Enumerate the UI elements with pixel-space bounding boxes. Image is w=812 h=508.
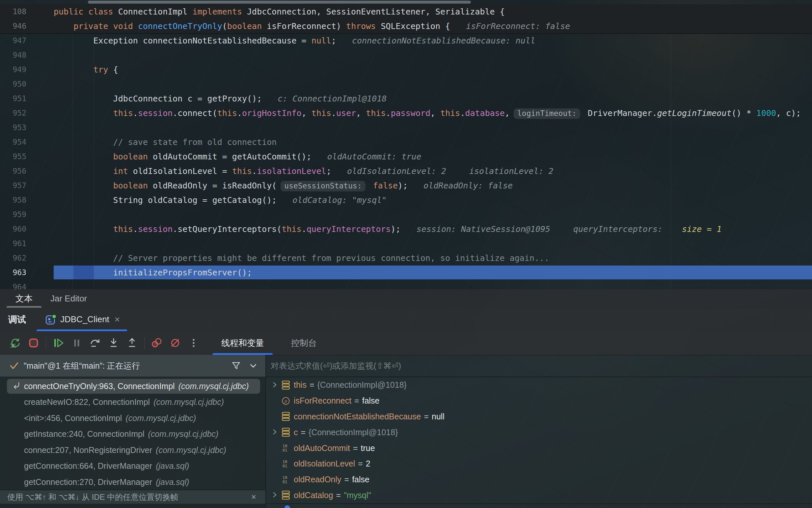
code-line-108[interactable]: 108public class ConnectionImpl implement… xyxy=(0,4,812,19)
line-number[interactable]: 954 xyxy=(0,138,54,146)
svg-text:10: 10 xyxy=(282,475,287,480)
line-number[interactable]: 959 xyxy=(0,210,54,219)
frame-location: <init>:456, ConnectionImpl xyxy=(24,414,122,423)
view-breakpoints-button[interactable] xyxy=(150,336,164,350)
chevron-slot xyxy=(270,396,281,406)
file-tab-jar-editor[interactable]: Jar Editor xyxy=(42,289,96,308)
variable-row[interactable]: 1001oldIsolationLevel=2 xyxy=(266,456,812,472)
stack-frame[interactable]: getConnection:664, DriverManager(java.sq… xyxy=(0,458,265,474)
expand-chevron-icon[interactable] xyxy=(270,381,281,390)
code-line-962[interactable]: 962 // Server properties might be differ… xyxy=(0,251,812,265)
tab-threads-variables[interactable]: 线程和变量 xyxy=(213,331,273,355)
equals-sign: = xyxy=(354,396,359,406)
rerun-debug-button[interactable] xyxy=(8,336,22,350)
pause-button[interactable] xyxy=(70,336,84,350)
code-line-955[interactable]: 955 boolean oldAutoCommit = getAutoCommi… xyxy=(0,149,812,164)
line-number[interactable]: 952 xyxy=(0,109,54,117)
stack-frame[interactable]: <init>:456, ConnectionImpl(com.mysql.cj.… xyxy=(0,410,265,426)
line-number[interactable]: 961 xyxy=(0,239,54,248)
expand-chevron-icon[interactable] xyxy=(270,428,281,437)
variable-row[interactable]: connectionNotEstablishedBecause=null xyxy=(266,409,812,425)
more-options-button[interactable] xyxy=(187,336,200,350)
line-number[interactable]: 949 xyxy=(0,65,54,74)
code-line-963[interactable]: 963 initializePropsFromServer(); xyxy=(0,265,812,280)
object-icon xyxy=(281,490,294,500)
watch-expression-input[interactable]: 对表达式求值(⏎)或添加监视(⇧⌘⏎) xyxy=(271,361,401,371)
file-tab-text[interactable]: 文本 xyxy=(7,289,42,308)
step-over-button[interactable] xyxy=(88,336,102,350)
variable-row[interactable]: this={ConnectionImpl@1018} xyxy=(266,377,812,393)
sticky-lines: 108public class ConnectionImpl implement… xyxy=(0,4,812,34)
line-number[interactable]: 960 xyxy=(0,225,54,233)
variable-row[interactable]: 1001oldReadOnly=false xyxy=(266,472,812,488)
stack-frame[interactable]: connect:207, NonRegisteringDriver(com.my… xyxy=(0,442,265,458)
code-line-960[interactable]: 960 this.session.setQueryInterceptors(th… xyxy=(0,222,812,236)
frame-location: createNewIO:822, ConnectionImpl xyxy=(24,397,150,407)
stack-frame[interactable]: getInstance:240, ConnectionImpl(com.mysq… xyxy=(0,426,265,442)
toolbar-separator xyxy=(144,337,144,349)
variable-value: false xyxy=(362,396,380,406)
line-number[interactable]: 953 xyxy=(0,123,54,132)
line-number[interactable]: 956 xyxy=(0,167,54,175)
stack-frame[interactable]: connectOneTryOnly:963, ConnectionImpl(co… xyxy=(0,378,265,394)
code-line-947[interactable]: 947 Exception connectionNotEstablishedBe… xyxy=(0,33,812,48)
line-number[interactable]: 947 xyxy=(0,36,54,45)
resume-button[interactable] xyxy=(51,336,65,350)
object-icon xyxy=(281,412,294,421)
code-line-959[interactable]: 959 xyxy=(0,207,812,222)
stack-frame[interactable]: getConnection:270, DriverManager(java.sq… xyxy=(0,474,265,490)
tab-console[interactable]: 控制台 xyxy=(282,331,325,355)
code-line-957[interactable]: 957 boolean oldReadOnly = isReadOnly(use… xyxy=(0,178,812,193)
code-text: boolean oldAutoCommit = getAutoCommit();… xyxy=(54,152,421,161)
code-line-958[interactable]: 958 String oldCatalog = getCatalog();old… xyxy=(0,193,812,207)
code-line-956[interactable]: 956 int oldIsolationLevel = this.isolati… xyxy=(0,164,812,178)
variable-row[interactable]: 1001oldAutoCommit=true xyxy=(266,440,812,456)
stack-frame[interactable]: createNewIO:822, ConnectionImpl(com.mysq… xyxy=(0,394,265,411)
code-line-950[interactable]: 950 xyxy=(0,77,812,91)
horizontal-scrollbar[interactable] xyxy=(88,1,471,4)
line-number[interactable]: 957 xyxy=(0,181,54,190)
mute-breakpoints-button[interactable] xyxy=(168,336,182,350)
svg-text:10: 10 xyxy=(282,444,287,449)
primitive-icon: 1001 xyxy=(281,443,294,453)
step-into-button[interactable] xyxy=(107,336,121,350)
code-line-946[interactable]: 946 private void connectOneTryOnly(boole… xyxy=(0,19,812,33)
variable-name: oldReadOnly xyxy=(294,475,342,484)
thread-header[interactable]: "main"@1 在组“main”: 正在运行 xyxy=(0,355,265,377)
line-number[interactable]: 946 xyxy=(0,22,54,30)
file-view-tabs: 文本Jar Editor xyxy=(0,289,812,308)
code-text: String oldCatalog = getCatalog();oldCata… xyxy=(54,195,387,205)
code-editor[interactable]: 947 Exception connectionNotEstablishedBe… xyxy=(0,0,812,289)
run-config-tab[interactable]: JDBC_Client × xyxy=(37,308,127,331)
step-out-button[interactable] xyxy=(125,336,139,350)
code-line-948[interactable]: 948 xyxy=(0,48,812,62)
line-number[interactable]: 955 xyxy=(0,152,54,161)
line-number[interactable]: 962 xyxy=(0,254,54,262)
variable-value: null xyxy=(432,412,445,421)
code-line-954[interactable]: 954 // save state from old connection xyxy=(0,135,812,149)
stop-button[interactable] xyxy=(27,336,41,350)
code-line-952[interactable]: 952 this.session.connect(this.origHostIn… xyxy=(0,106,812,120)
filter-icon[interactable] xyxy=(231,361,241,371)
expand-chevron-icon[interactable] xyxy=(270,491,281,500)
line-number[interactable]: 948 xyxy=(0,51,54,59)
variable-row[interactable]: pisForReconnect=false xyxy=(266,393,812,409)
variable-row[interactable]: oldCatalog="mysql" xyxy=(266,488,812,503)
code-line-951[interactable]: 951 JdbcConnection c = getProxy();c: Con… xyxy=(0,91,812,106)
close-icon[interactable]: × xyxy=(251,492,256,502)
close-icon[interactable]: × xyxy=(115,315,120,324)
code-line-961[interactable]: 961 xyxy=(0,236,812,251)
line-number[interactable]: 963 xyxy=(0,268,54,277)
line-number[interactable]: 950 xyxy=(0,80,54,88)
chevron-down-icon[interactable] xyxy=(248,361,258,371)
variables-list: this={ConnectionImpl@1018}pisForReconnec… xyxy=(266,377,812,503)
code-line-949[interactable]: 949 try { xyxy=(0,62,812,77)
watch-expression-bar[interactable]: 对表达式求值(⏎)或添加监视(⇧⌘⏎) xyxy=(266,355,812,377)
code-line-953[interactable]: 953 xyxy=(0,120,812,135)
frame-icon-slot xyxy=(12,397,24,407)
line-number[interactable]: 108 xyxy=(0,7,54,16)
run-console-icon xyxy=(45,314,56,325)
line-number[interactable]: 958 xyxy=(0,196,54,204)
line-number[interactable]: 951 xyxy=(0,94,54,103)
variable-row[interactable]: c={ConnectionImpl@1018} xyxy=(266,424,812,440)
